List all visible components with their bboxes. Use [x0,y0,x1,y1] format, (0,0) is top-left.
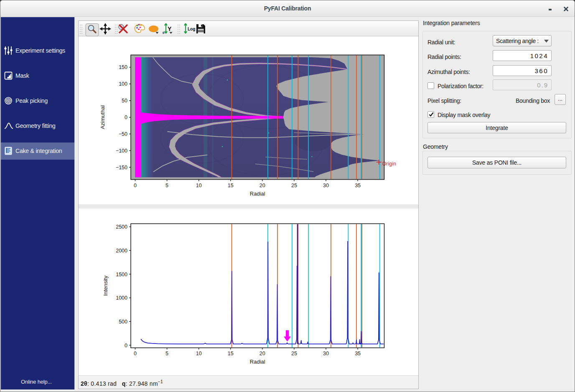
svg-text:150: 150 [119,64,127,70]
svg-text:15: 15 [228,183,234,188]
svg-text:30: 30 [323,183,329,188]
svg-text:0: 0 [134,351,137,356]
svg-text:10: 10 [196,351,202,356]
svg-text:−50: −50 [119,131,127,137]
svg-text:5: 5 [165,183,168,188]
svg-text:15: 15 [228,351,234,356]
svg-text:Log: Log [188,27,195,31]
svg-text:500: 500 [119,319,127,325]
svg-text:Intensity: Intensity [102,275,109,296]
svg-text:35: 35 [355,351,361,356]
svg-text:0: 0 [163,31,165,35]
svg-text:0: 0 [134,183,137,188]
svg-text:1000: 1000 [116,295,127,301]
svg-text:Radial: Radial [250,359,265,365]
svg-text:1500: 1500 [116,272,127,277]
svg-text:30: 30 [323,351,329,356]
svg-text:Azimuthal: Azimuthal [99,105,106,129]
svg-text:Y: Y [168,25,172,32]
svg-text:Radial: Radial [250,191,265,197]
svg-text:−150: −150 [116,165,127,171]
svg-text:2500: 2500 [116,224,127,230]
svg-text:−100: −100 [116,148,127,154]
svg-text:25: 25 [291,183,297,188]
svg-text:0: 0 [125,115,127,120]
svg-text:5: 5 [165,351,168,356]
svg-text:10: 10 [196,183,202,188]
svg-text:20: 20 [260,183,265,188]
svg-text:35: 35 [355,183,361,188]
svg-text:20: 20 [260,351,265,356]
svg-text:25: 25 [291,351,297,356]
svg-text:50: 50 [122,98,127,104]
svg-text:2000: 2000 [116,248,127,254]
svg-text:0: 0 [125,343,127,349]
svg-text:100: 100 [119,81,127,87]
